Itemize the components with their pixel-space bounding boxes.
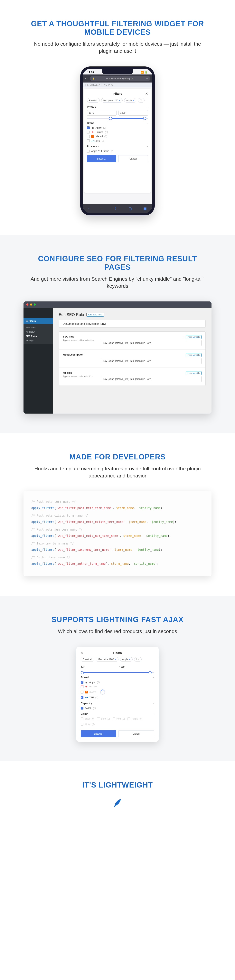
color-options: Black(0) Blue(0) Red(0) Purple(0) White(… [81,718,154,725]
collapse-icon[interactable]: – [153,676,154,679]
brand-zte[interactable]: ZTEZTE(1) [81,696,154,699]
price-slider[interactable] [87,118,148,119]
sidebar-item-blank[interactable] [24,313,53,318]
chip-128[interactable]: 12 [138,98,144,102]
browser-bottom-nav: ‹ › ⇧ ▢ ▣ [83,204,152,213]
browser-bar: AA 🔒 demo.filtereverything.pro ↻ [83,75,152,83]
brand-apple[interactable]: Apple(8) [81,681,154,684]
chip-maxprice[interactable]: Max price 1200✕ [96,657,119,662]
wp-admin-mockup: ☰ Filters Filter Sets Add New SEO Rules … [24,301,211,414]
sidebar-item-blank[interactable] [24,359,53,364]
nav-book-icon[interactable]: ▢ [129,207,132,211]
chip-apple[interactable]: Apple✕ [120,657,133,662]
sidebar-item-blank[interactable] [24,374,53,379]
brand-xiaomi[interactable]: MIXiaomi [81,689,154,695]
sidebar-item-blank[interactable] [24,369,53,374]
seo-title-label: SEO Title Appears between <title> and </… [63,335,96,346]
collapse-icon[interactable]: – [153,712,154,715]
color-red[interactable]: Red(0) [113,718,125,720]
chip-huawei[interactable]: Hu [134,657,141,662]
sidebar-item-blank[interactable] [24,364,53,369]
brand-huawei[interactable]: ❋Huawei(2) [87,131,148,134]
sidebar-sub-new[interactable]: Add New [24,330,53,334]
price-min-input[interactable]: 1070 [87,110,116,116]
nav-share-icon[interactable]: ⇧ [114,207,117,211]
meta-desc-label: Meta Description [63,353,96,364]
chip-reset[interactable]: Reset all [87,98,100,102]
section-seo: CONFIGURE SEO FOR FILTERING RESULT PAGES… [0,235,235,433]
meta-desc-input[interactable] [101,358,202,364]
text-size[interactable]: AA [85,77,88,80]
price-min-input[interactable]: 140 [81,665,116,670]
section-ajax: SUPPORTS LIGHTNING FAST AJAX Which allow… [0,596,235,761]
heading: IT'S LIGHTWEIGHT [29,781,206,789]
variable-icon: {} [183,336,184,338]
brand-apple[interactable]: Apple(2) [87,126,148,129]
add-rule-button[interactable]: Add SEO Rule [86,313,104,317]
capacity-label: Capacity– [81,702,154,705]
brand-huawei[interactable]: ❋Huawei [81,685,154,688]
collapse-icon[interactable]: – [147,121,148,124]
cancel-button[interactable]: Cancel [118,155,148,162]
color-black[interactable]: Black(0) [81,718,94,720]
price-slider[interactable] [81,672,154,673]
sidebar-item-blank[interactable] [24,308,53,313]
ajax-filters-panel: ✕ Filters Reset all Max price 1200✕ Appl… [76,647,159,742]
collapse-icon[interactable]: – [147,105,148,108]
close-icon[interactable]: ✕ [81,651,83,655]
refresh-icon[interactable]: ↻ [146,77,148,80]
wp-content: Edit SEO Rule Add SEO Rule .../cat/mobil… [53,308,211,414]
show-button[interactable]: Show (8) [81,730,116,737]
window-close-icon[interactable] [26,304,29,305]
chip-reset[interactable]: Reset all [81,657,94,662]
sidebar-item-filters[interactable]: ☰ Filters [24,318,53,324]
sidebar-sub-sets[interactable]: Filter Sets [24,325,53,330]
insert-variable-button[interactable]: Insert variable [186,353,202,357]
panel-title: Filters [91,92,145,95]
url-pattern-input[interactable]: .../cat/mobile/brand-{any}/color-{any} [59,320,206,328]
cancel-button[interactable]: Cancel [118,730,154,737]
chip-maxprice[interactable]: Max price 1200✕ [101,98,122,102]
sidebar-item-blank[interactable] [24,344,53,349]
collapse-icon[interactable]: – [153,702,154,705]
h1-title-label: H1 Title Appears between <h1> and </h1> [63,371,96,382]
heading: SUPPORTS LIGHTNING FAST AJAX [29,616,206,624]
nav-back-icon[interactable]: ‹ [89,207,90,210]
capacity-64[interactable]: 64 Gb(9) [81,707,154,710]
filters-panel: Filters ✕ Reset all Max price 1200✕ Appl… [84,89,151,192]
chip-apple[interactable]: Apple✕ [124,98,136,102]
section-mobile-widget: GET A THOUGHTFUL FILTERING WIDGET FOR MO… [0,0,235,235]
code-sample: /* Post meta term name */apply_filters('… [24,491,211,576]
brand-xiaomi[interactable]: MIXiaomi(2) [87,135,148,138]
close-icon[interactable]: ✕ [145,92,148,96]
sidebar-sub-settings[interactable]: Settings [24,338,53,343]
proc-a14[interactable]: Apple A14 Bionic(2) [87,150,148,153]
collapse-icon[interactable]: – [147,145,148,148]
window-max-icon[interactable] [34,304,36,305]
time: 11:03 [87,71,94,74]
h1-title-input[interactable] [101,376,202,382]
subheading: No need to configure filters separately … [29,40,206,55]
price-max-input[interactable]: 1200 [118,665,154,670]
color-blue[interactable]: Blue(0) [97,718,110,720]
price-max-input[interactable]: 1200 [119,110,148,116]
brand-zte[interactable]: ZTEZTE(2) [87,139,148,142]
chips-row: Reset all Max price 1200✕ Apple✕ 12 [87,98,148,102]
show-button[interactable]: Show (1) [87,155,116,162]
sidebar-item-blank[interactable] [24,349,53,354]
window-min-icon[interactable] [30,304,32,305]
color-white[interactable]: White(0) [81,723,95,725]
seo-fields-card: SEO Title Appears between <title> and </… [59,331,206,386]
nav-tabs-icon[interactable]: ▣ [143,207,147,211]
sidebar-item-blank[interactable] [24,354,53,359]
color-purple[interactable]: Purple(0) [127,718,142,720]
sidebar-sub-seo[interactable]: SEO Rules [24,334,53,338]
feather-icon [112,797,123,809]
heading: CONFIGURE SEO FOR FILTERING RESULT PAGES [29,255,206,272]
panel-title: Filters [83,651,151,654]
site-banner: FILTER EVERYTHING .PRO [83,83,152,87]
nav-fwd-icon[interactable]: › [101,207,102,210]
seo-title-input[interactable] [101,340,202,346]
insert-variable-button[interactable]: Insert variable [186,371,202,375]
insert-variable-button[interactable]: Insert variable [186,335,202,339]
